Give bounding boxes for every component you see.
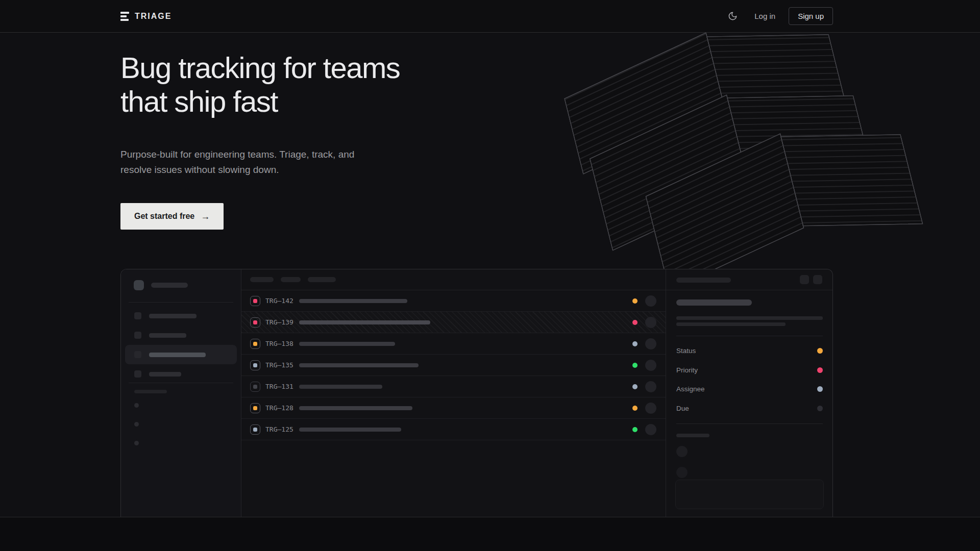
field-value-dot bbox=[817, 348, 823, 354]
detail-action-button bbox=[800, 275, 809, 284]
assignee-avatar bbox=[645, 317, 656, 328]
issue-id: TRG–131 bbox=[265, 383, 293, 390]
theme-toggle[interactable] bbox=[724, 8, 741, 25]
issue-rows: TRG–142 TRG–139 bbox=[241, 290, 666, 440]
detail-header-skeleton bbox=[676, 278, 731, 283]
detail-divider bbox=[676, 423, 823, 424]
priority-dot bbox=[632, 341, 638, 346]
priority-dot bbox=[632, 298, 638, 304]
comment-avatar bbox=[676, 446, 688, 457]
detail-action-button bbox=[813, 275, 822, 284]
sidebar-item-skeleton bbox=[149, 353, 206, 357]
hero-subtitle: Purpose-built for engineering teams. Tri… bbox=[120, 147, 354, 178]
issue-id: TRG–125 bbox=[265, 425, 293, 433]
sidebar-nav-item bbox=[125, 325, 237, 345]
field-label: Status bbox=[676, 347, 696, 355]
sidebar-item-icon bbox=[134, 370, 141, 378]
issue-id: TRG–128 bbox=[265, 404, 293, 412]
detail-text-skeleton bbox=[676, 316, 823, 320]
issue-row: TRG–125 bbox=[241, 419, 666, 440]
status-icon bbox=[250, 382, 260, 392]
sidebar-dot bbox=[134, 403, 139, 408]
issue-id: TRG–139 bbox=[265, 318, 293, 326]
list-header-skeleton bbox=[308, 277, 336, 282]
priority-dot bbox=[632, 363, 638, 368]
sidebar-divider bbox=[129, 383, 233, 383]
field-label: Priority bbox=[676, 366, 698, 374]
signup-button[interactable]: Sign up bbox=[789, 7, 833, 25]
get-started-button[interactable]: Get started free → bbox=[120, 203, 224, 230]
brand-name: TRIAGE bbox=[135, 12, 172, 21]
assignee-avatar bbox=[645, 338, 656, 349]
sidebar-nav-item bbox=[125, 364, 237, 384]
issue-row: TRG–135 bbox=[241, 355, 666, 376]
list-header-skeleton bbox=[250, 277, 274, 282]
brand-logo[interactable]: TRIAGE bbox=[120, 12, 172, 21]
issue-title-skeleton bbox=[299, 428, 401, 432]
detail-section-skeleton bbox=[676, 434, 709, 437]
assignee-avatar bbox=[645, 381, 656, 392]
sidebar-dot bbox=[134, 422, 139, 427]
detail-field: Priority bbox=[676, 366, 823, 373]
sidebar-item-skeleton bbox=[149, 372, 181, 377]
list-header-skeleton bbox=[281, 277, 301, 282]
comment-box bbox=[675, 480, 824, 509]
field-value-dot bbox=[817, 386, 823, 392]
issue-title-skeleton bbox=[299, 342, 395, 346]
priority-dot bbox=[632, 406, 638, 411]
issue-title-skeleton bbox=[299, 320, 430, 324]
issue-row: TRG–128 bbox=[241, 397, 666, 419]
status-icon bbox=[250, 424, 260, 435]
sidebar-dot bbox=[134, 441, 139, 445]
workspace-icon bbox=[134, 280, 144, 290]
detail-divider bbox=[676, 336, 823, 336]
status-icon bbox=[250, 360, 260, 370]
issue-title-skeleton bbox=[299, 299, 407, 303]
sidebar-nav-item bbox=[125, 306, 237, 325]
issue-title-skeleton bbox=[299, 406, 412, 410]
issue-list-header bbox=[241, 269, 666, 290]
field-label: Due bbox=[676, 405, 689, 412]
issue-id: TRG–138 bbox=[265, 340, 293, 347]
issue-row: TRG–139 bbox=[241, 312, 666, 333]
detail-field: Due bbox=[676, 405, 823, 412]
field-label: Assignee bbox=[676, 385, 705, 393]
issue-row: TRG–138 bbox=[241, 333, 666, 355]
detail-panel: Status Priority Assignee Due bbox=[666, 269, 832, 517]
mockup-sidebar bbox=[121, 269, 241, 517]
moon-icon bbox=[728, 11, 738, 21]
issue-row: TRG–131 bbox=[241, 376, 666, 397]
status-icon bbox=[250, 403, 260, 413]
app-mockup-panel: TRG–142 TRG–139 bbox=[120, 269, 833, 517]
issue-title-skeleton bbox=[299, 363, 419, 367]
issue-list: TRG–142 TRG–139 bbox=[241, 269, 666, 517]
detail-title-skeleton bbox=[676, 299, 752, 306]
assignee-avatar bbox=[645, 295, 656, 307]
issue-title-skeleton bbox=[299, 385, 382, 389]
priority-dot bbox=[632, 384, 638, 389]
issue-id: TRG–142 bbox=[265, 297, 293, 305]
nav-actions: Log in Sign up bbox=[724, 7, 833, 25]
sidebar-item-icon bbox=[134, 351, 141, 358]
assignee-avatar bbox=[645, 360, 656, 371]
status-icon bbox=[250, 339, 260, 349]
detail-header bbox=[666, 269, 832, 290]
footer bbox=[0, 517, 980, 551]
sidebar-nav bbox=[125, 306, 237, 384]
sidebar-item-skeleton bbox=[149, 333, 186, 338]
sidebar-item-icon bbox=[134, 332, 141, 339]
status-icon bbox=[250, 296, 260, 306]
wireframe-graphic bbox=[475, 0, 980, 291]
sidebar-item-skeleton bbox=[149, 314, 197, 318]
assignee-avatar bbox=[645, 424, 656, 435]
get-started-label: Get started free bbox=[134, 212, 194, 221]
arrow-right-icon: → bbox=[201, 211, 210, 222]
status-icon bbox=[250, 317, 260, 328]
workspace-name-skeleton bbox=[151, 283, 188, 288]
comment-avatar bbox=[676, 467, 688, 478]
login-link[interactable]: Log in bbox=[754, 12, 775, 20]
page: TRIAGE Log in Sign up Bug tracking for t… bbox=[0, 0, 980, 551]
sidebar-divider bbox=[129, 302, 233, 303]
workspace-row bbox=[134, 280, 188, 290]
field-value-dot bbox=[817, 367, 823, 373]
